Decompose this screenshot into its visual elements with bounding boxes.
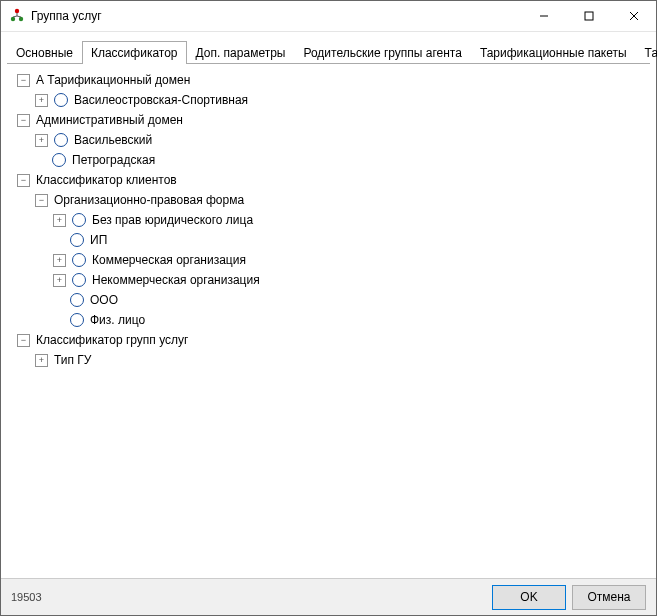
tree-node-label: Организационно-правовая форма [54, 193, 244, 207]
radio-icon[interactable] [70, 313, 84, 327]
tree-node[interactable]: ИП [5, 230, 652, 250]
tree-node[interactable]: +Некоммерческая организация [5, 270, 652, 290]
tab-3[interactable]: Родительские группы агента [294, 41, 470, 64]
window-title: Группа услуг [31, 9, 521, 23]
tab-1[interactable]: Классификатор [82, 41, 187, 64]
tree-node[interactable]: +Коммерческая организация [5, 250, 652, 270]
tab-label: Основные [16, 46, 73, 60]
radio-icon[interactable] [70, 233, 84, 247]
tree-node[interactable]: +Тип ГУ [5, 350, 652, 370]
expand-icon[interactable]: + [53, 274, 66, 287]
cancel-button[interactable]: Отмена [572, 585, 646, 610]
tree-node[interactable]: −Административный домен [5, 110, 652, 130]
tree-node[interactable]: −Классификатор клиентов [5, 170, 652, 190]
tree-node[interactable]: −А Тарификационный домен [5, 70, 652, 90]
tree-node[interactable]: +Васильевский [5, 130, 652, 150]
tab-label: Тарификационные пакеты [480, 46, 627, 60]
tree-node[interactable]: +Василеостровская-Спортивная [5, 90, 652, 110]
maximize-button[interactable] [566, 1, 611, 31]
tab-5[interactable]: Тари [636, 41, 657, 64]
window: Группа услуг ОсновныеКлассификаторДоп. п… [0, 0, 657, 616]
tree-node-label: Физ. лицо [90, 313, 145, 327]
svg-point-2 [19, 17, 23, 21]
radio-icon[interactable] [72, 253, 86, 267]
tree-node-label: ИП [90, 233, 107, 247]
tab-0[interactable]: Основные [7, 41, 82, 64]
tree-node-label: Тип ГУ [54, 353, 91, 367]
tree-node[interactable]: Физ. лицо [5, 310, 652, 330]
tab-label: Доп. параметры [196, 46, 286, 60]
collapse-icon[interactable]: − [17, 334, 30, 347]
collapse-icon[interactable]: − [17, 114, 30, 127]
expand-icon[interactable]: + [53, 254, 66, 267]
tree-node-label: Василеостровская-Спортивная [74, 93, 248, 107]
tree-node[interactable]: −Классификатор групп услуг [5, 330, 652, 350]
radio-icon[interactable] [54, 93, 68, 107]
tree-node-label: Некоммерческая организация [92, 273, 260, 287]
record-id: 19503 [11, 591, 42, 603]
tree-node-label: Коммерческая организация [92, 253, 246, 267]
radio-icon[interactable] [70, 293, 84, 307]
tab-label: Тари [645, 46, 657, 60]
expand-icon[interactable]: + [53, 214, 66, 227]
expand-icon[interactable]: + [35, 354, 48, 367]
footer: 19503 OK Отмена [1, 578, 656, 615]
ok-button-label: OK [520, 590, 537, 604]
tree: −А Тарификационный домен+Василеостровска… [1, 64, 656, 578]
expand-icon[interactable]: + [35, 94, 48, 107]
radio-icon[interactable] [72, 213, 86, 227]
tab-4[interactable]: Тарификационные пакеты [471, 41, 636, 64]
svg-rect-4 [585, 12, 593, 20]
tree-node[interactable]: +Без прав юридического лица [5, 210, 652, 230]
svg-point-1 [11, 17, 15, 21]
tree-node[interactable]: ООО [5, 290, 652, 310]
tree-node-label: Административный домен [36, 113, 183, 127]
app-icon [9, 8, 25, 24]
expand-icon[interactable]: + [35, 134, 48, 147]
radio-icon[interactable] [72, 273, 86, 287]
tree-node-label: А Тарификационный домен [36, 73, 190, 87]
expander-spacer [35, 155, 46, 166]
minimize-button[interactable] [521, 1, 566, 31]
titlebar: Группа услуг [1, 1, 656, 32]
radio-icon[interactable] [52, 153, 66, 167]
collapse-icon[interactable]: − [35, 194, 48, 207]
tab-label: Родительские группы агента [303, 46, 461, 60]
tree-node-label: Классификатор групп услуг [36, 333, 188, 347]
tree-node-label: Петроградская [72, 153, 155, 167]
tree-node-label: Классификатор клиентов [36, 173, 177, 187]
ok-button[interactable]: OK [492, 585, 566, 610]
tab-2[interactable]: Доп. параметры [187, 41, 295, 64]
collapse-icon[interactable]: − [17, 174, 30, 187]
expander-spacer [53, 315, 64, 326]
expander-spacer [53, 235, 64, 246]
svg-point-0 [15, 9, 19, 13]
window-buttons [521, 1, 656, 31]
radio-icon[interactable] [54, 133, 68, 147]
tree-node-label: Васильевский [74, 133, 152, 147]
tree-node-label: ООО [90, 293, 118, 307]
tree-node[interactable]: Петроградская [5, 150, 652, 170]
tab-label: Классификатор [91, 46, 178, 60]
close-button[interactable] [611, 1, 656, 31]
cancel-button-label: Отмена [587, 590, 630, 604]
tabs: ОсновныеКлассификаторДоп. параметрыРодит… [1, 32, 656, 64]
tree-node[interactable]: −Организационно-правовая форма [5, 190, 652, 210]
tree-node-label: Без прав юридического лица [92, 213, 253, 227]
collapse-icon[interactable]: − [17, 74, 30, 87]
expander-spacer [53, 295, 64, 306]
